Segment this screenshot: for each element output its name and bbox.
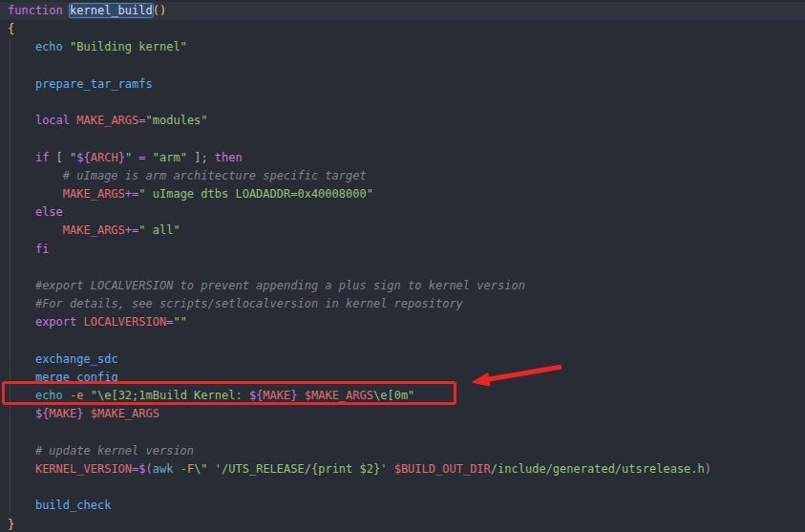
code-line[interactable]: { <box>0 20 805 38</box>
code-token <box>146 151 153 164</box>
code-token: fi <box>35 243 49 256</box>
code-line[interactable]: else <box>0 203 805 222</box>
code-token: merge_config <box>35 371 118 384</box>
code-token: ${ <box>249 389 263 402</box>
code-token <box>8 114 35 127</box>
code-token: = <box>138 114 145 127</box>
code-token: [ <box>49 151 70 164</box>
code-token: MAKE <box>263 389 290 402</box>
code-token: LOCALVERSION <box>83 315 166 329</box>
code-line[interactable] <box>0 94 805 112</box>
code-token: -e <box>70 389 83 402</box>
code-token <box>8 371 35 384</box>
code-token: # update kernel version <box>35 444 194 458</box>
code-line[interactable]: # uImage is arm architecture specific ta… <box>0 167 805 185</box>
code-line[interactable] <box>0 332 805 351</box>
code-token: += <box>125 187 138 201</box>
code-line[interactable]: } <box>0 516 805 532</box>
code-line[interactable]: build_check <box>0 497 805 515</box>
code-token <box>8 279 35 292</box>
code-token <box>8 77 35 91</box>
code-token: MAKE_ARGS <box>76 114 138 127</box>
code-line-current[interactable]: function kernel_build() <box>0 2 805 20</box>
code-line[interactable]: #export LOCALVERSION to prevent appendin… <box>0 277 805 295</box>
code-token <box>8 223 63 237</box>
code-line[interactable]: ${MAKE} $MAKE_ARGS <box>0 405 805 423</box>
code-token: $MAKE_ARGS <box>305 389 373 402</box>
code-token: /include/generated/utsrelease.h <box>491 462 705 476</box>
code-token: "" <box>173 315 186 329</box>
code-token: exchange_sdc <box>35 352 118 366</box>
code-line[interactable]: exchange_sdc <box>0 351 805 369</box>
code-line[interactable]: #For details, see scripts/setlocalversio… <box>0 295 805 313</box>
code-token: () <box>153 4 166 17</box>
code-token <box>8 243 35 256</box>
code-lines[interactable]: function kernel_build(){ echo "Building … <box>0 0 805 532</box>
code-token <box>8 169 63 182</box>
code-line[interactable]: MAKE_ARGS+=" uImage dtbs LOADADDR=0x4000… <box>0 185 805 203</box>
code-token: += <box>125 223 138 237</box>
code-line[interactable] <box>0 259 805 277</box>
code-token <box>84 407 91 420</box>
code-token: #For details, see scripts/setlocalversio… <box>35 297 463 310</box>
code-line[interactable]: export LOCALVERSION="" <box>0 313 805 331</box>
code-token: $MAKE_ARGS <box>91 407 159 420</box>
code-token: -F <box>180 462 194 476</box>
code-token <box>8 389 35 402</box>
code-token: "Building kernel" <box>70 40 187 53</box>
code-token: \" <box>194 462 207 476</box>
code-token: function <box>8 4 70 17</box>
code-line[interactable]: local MAKE_ARGS="modules" <box>0 112 805 130</box>
code-token: ARCH <box>91 151 118 164</box>
code-token <box>208 462 215 476</box>
code-line[interactable] <box>0 424 805 442</box>
code-token: echo <box>35 40 63 53</box>
code-token: } <box>76 407 83 420</box>
code-line[interactable]: echo -e "\e[32;1mBuild Kernel: ${MAKE} $… <box>0 387 805 405</box>
code-line[interactable]: merge_config <box>0 369 805 387</box>
code-token: "modules" <box>146 114 208 127</box>
code-token: awk <box>153 462 174 476</box>
code-token <box>387 462 393 476</box>
code-line[interactable] <box>0 57 805 75</box>
code-line[interactable]: # update kernel version <box>0 442 805 460</box>
code-token <box>8 462 35 476</box>
code-token: else <box>35 205 63 219</box>
code-token: MAKE_ARGS <box>63 223 125 237</box>
code-line[interactable]: prepare_tar_ramfs <box>0 75 805 94</box>
code-line[interactable]: echo "Building kernel" <box>0 38 805 56</box>
code-line[interactable]: if [ "${ARCH}" = "arm" ]; then <box>0 149 805 167</box>
code-token: "\e[32;1mBuild Kernel: <box>91 389 249 402</box>
indent-guide <box>10 38 11 515</box>
code-token: $BUILD_OUT_DIR <box>394 462 491 476</box>
code-token <box>173 462 180 476</box>
code-line[interactable] <box>0 479 805 497</box>
code-token <box>63 40 70 53</box>
code-token: echo <box>35 389 63 402</box>
code-token <box>63 389 70 402</box>
code-token: prepare_tar_ramfs <box>35 77 153 91</box>
code-token: build_check <box>35 499 111 512</box>
code-token: if <box>35 151 49 164</box>
code-token: then <box>215 151 243 164</box>
code-token: MAKE <box>49 407 76 420</box>
code-token: ${ <box>35 407 49 420</box>
code-token: { <box>8 22 14 35</box>
code-token: ${ <box>76 151 90 164</box>
code-token: = <box>138 151 145 164</box>
code-token <box>8 315 35 329</box>
code-line[interactable]: KERNEL_VERSION=$(awk -F\" '/UTS_RELEASE/… <box>0 460 805 479</box>
code-token <box>8 187 63 201</box>
code-editor[interactable]: function kernel_build(){ echo "Building … <box>0 0 805 532</box>
code-token: =$( <box>132 462 153 476</box>
code-token: '/UTS_RELEASE/{print $2}' <box>215 462 388 476</box>
code-line[interactable]: fi <box>0 241 805 259</box>
code-line[interactable]: MAKE_ARGS+=" all" <box>0 222 805 240</box>
code-token <box>8 352 35 366</box>
code-token: \e[0m" <box>373 389 414 402</box>
code-token <box>84 389 91 402</box>
code-token: } <box>8 518 14 531</box>
code-line[interactable] <box>0 130 805 148</box>
code-token <box>8 297 35 310</box>
code-token: " all" <box>138 223 180 237</box>
